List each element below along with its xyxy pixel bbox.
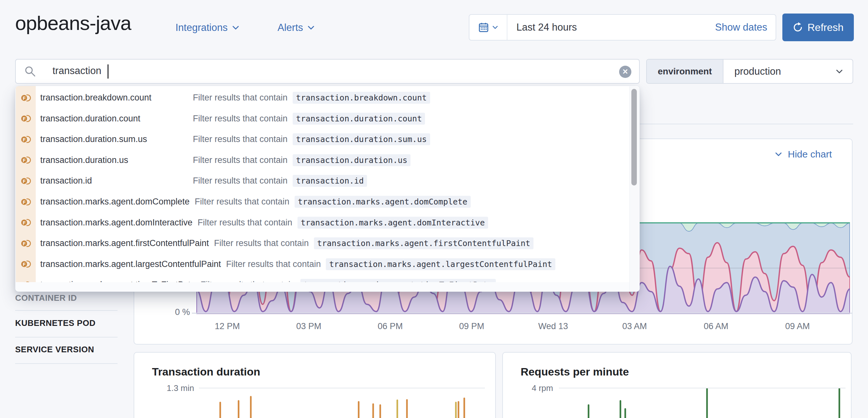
suggestion-row[interactable]: F transaction.marks.agent.firstContentfu… (16, 233, 629, 254)
suggestion-hint: Filter results that contain (226, 259, 321, 269)
clear-search-button[interactable]: ✕ (619, 66, 631, 78)
kql-field-token-icon: F (20, 155, 31, 166)
refresh-button-label: Refresh (807, 22, 843, 33)
svg-text:F: F (23, 116, 26, 121)
suggestion-row[interactable]: F transaction.marks.agent.largestContent… (16, 254, 629, 275)
kql-field-token-icon: F (20, 134, 31, 145)
sidebar-item-kubernetes-pod: KUBERNETES POD (15, 318, 96, 328)
svg-text:F: F (23, 158, 26, 163)
suggestion-field-name: transaction.duration.sum.us (40, 134, 188, 144)
x-axis-line (192, 313, 852, 314)
suggestion-field-chip: transaction.duration.us (293, 154, 410, 166)
environment-select-label: environment (647, 60, 723, 83)
suggestion-field-name: transaction.id (40, 176, 188, 186)
kql-field-token-icon: F (20, 113, 31, 124)
suggestions-list: F transaction.breakdown.count Filter res… (16, 86, 640, 283)
suggestion-field-name: transaction.marks.agent.domComplete (40, 197, 190, 207)
x-axis-tick-label: 03 PM (296, 321, 321, 331)
kql-field-token-icon: F (20, 176, 31, 186)
suggestion-row[interactable]: F transaction.duration.sum.us Filter res… (16, 129, 629, 150)
suggestion-row[interactable]: F transaction.id Filter results that con… (16, 170, 629, 191)
suggestion-hint: Filter results that contain (198, 218, 292, 228)
x-axis-tick-label: 06 AM (704, 321, 728, 331)
y-axis-zero-label: 0 % (164, 307, 190, 317)
search-input-value: transaction (53, 65, 101, 77)
svg-text:F: F (23, 262, 26, 267)
scrollbar-track[interactable] (629, 86, 639, 291)
suggestion-field-name: transaction.marks.agent.largestContentfu… (40, 259, 221, 269)
suggestion-row[interactable]: F transaction.breakdown.count Filter res… (16, 87, 629, 108)
sidebar-item-container-id: CONTAINER ID (15, 293, 77, 303)
suggestion-hint: Filter results that contain (193, 114, 287, 124)
suggestion-field-chip: transaction.marks.agent.domInteractive (298, 217, 488, 229)
scrollbar-thumb[interactable] (631, 89, 637, 185)
chevron-down-icon (835, 60, 852, 83)
apm-service-page: opbeans-java Integrations Alerts Last 24… (0, 0, 868, 418)
environment-select-value: production (723, 60, 835, 83)
requests-per-minute-chart[interactable] (557, 388, 850, 418)
x-axis-tick-label: 03 AM (622, 321, 647, 331)
date-picker: Last 24 hours Show dates (469, 14, 776, 40)
suggestion-row[interactable]: F transaction.duration.us Filter results… (16, 150, 629, 171)
integrations-menu[interactable]: Integrations (176, 22, 239, 33)
card-title: Requests per minute (521, 365, 629, 378)
kql-field-token-icon: F (20, 259, 31, 270)
kql-field-token-icon: F (20, 92, 31, 103)
integrations-menu-label: Integrations (176, 22, 228, 33)
gridline (199, 388, 485, 388)
svg-text:F: F (23, 200, 26, 205)
kql-suggestions-dropdown: F transaction.breakdown.count Filter res… (15, 86, 640, 292)
suggestion-field-chip: transaction.marks.agent.domComplete (294, 196, 471, 208)
dropdown-footer (16, 282, 639, 291)
hide-chart-label: Hide chart (788, 149, 832, 160)
alerts-menu[interactable]: Alerts (278, 22, 315, 33)
kql-search-bar[interactable]: transaction ✕ (15, 59, 640, 84)
suggestion-hint: Filter results that contain (193, 93, 287, 103)
calendar-icon (478, 22, 490, 33)
refresh-icon (793, 22, 803, 32)
chevron-down-icon (492, 25, 498, 30)
date-quick-select-button[interactable] (469, 15, 507, 40)
duration-tick-label: 1.3 min (151, 383, 194, 393)
show-dates-link[interactable]: Show dates (715, 22, 767, 33)
suggestion-field-name: transaction.marks.agent.firstContentfulP… (40, 238, 209, 248)
chevron-down-icon (232, 25, 239, 30)
kql-field-token-icon: F (20, 217, 31, 228)
x-axis-tick-label: 09 PM (459, 321, 484, 331)
transaction-duration-chart[interactable] (198, 390, 486, 418)
divider (15, 337, 118, 337)
suggestion-hint: Filter results that contain (193, 176, 287, 186)
svg-text:F: F (23, 179, 26, 184)
suggestion-row[interactable]: F transaction.marks.agent.domComplete Fi… (16, 191, 629, 212)
chevron-down-icon (307, 25, 315, 30)
hide-chart-toggle[interactable]: Hide chart (774, 149, 832, 160)
suggestion-hint: Filter results that contain (195, 197, 289, 207)
x-axis-tick-label: 09 AM (785, 321, 810, 331)
suggestion-row[interactable]: F transaction.marks.agent.domInteractive… (16, 212, 629, 233)
divider (15, 363, 118, 364)
suggestion-field-name: transaction.breakdown.count (40, 93, 188, 103)
kql-field-token-icon: F (20, 197, 31, 207)
card-title: Transaction duration (152, 365, 260, 378)
svg-text:F: F (23, 137, 26, 142)
suggestion-hint: Filter results that contain (193, 134, 287, 144)
divider (15, 310, 118, 311)
suggestion-field-chip: transaction.marks.agent.largestContentfu… (326, 258, 555, 270)
svg-text:F: F (23, 96, 26, 101)
suggestion-hint: Filter results that contain (214, 238, 309, 248)
time-range-value[interactable]: Last 24 hours (517, 22, 577, 33)
environment-select[interactable]: environment production (646, 59, 853, 84)
suggestion-field-name: transaction.duration.us (40, 155, 188, 165)
suggestion-field-chip: transaction.duration.count (293, 113, 425, 125)
suggestion-field-chip: transaction.marks.agent.firstContentfulP… (314, 237, 533, 249)
suggestion-field-chip: transaction.id (293, 175, 367, 187)
suggestion-field-chip: transaction.breakdown.count (293, 92, 430, 104)
search-icon (24, 65, 37, 78)
suggestion-field-name: transaction.duration.count (40, 114, 188, 124)
chevron-down-icon (774, 152, 783, 156)
suggestion-row[interactable]: F transaction.marks.agent.timeToFirstByt… (16, 274, 629, 283)
suggestion-row[interactable]: F transaction.duration.count Filter resu… (16, 108, 629, 129)
text-caret (107, 64, 108, 79)
refresh-button[interactable]: Refresh (782, 13, 854, 41)
alerts-menu-label: Alerts (278, 22, 303, 33)
